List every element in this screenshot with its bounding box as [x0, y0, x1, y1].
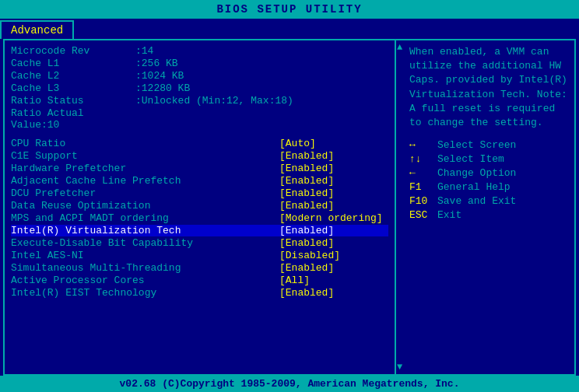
shortcut-select-item: ↑↓ Select Item: [409, 153, 568, 165]
setting-name-mps-acpi: MPS and ACPI MADT ordering: [11, 212, 279, 224]
setting-value-execute-disable: [Enabled]: [279, 237, 388, 249]
title-text: BIOS SETUP UTILITY: [216, 3, 362, 16]
info-label-ratio-actual: Ratio Actual Value:10: [11, 107, 135, 131]
setting-name-eist: Intel(R) EIST Technology: [11, 287, 279, 299]
shortcut-f1: F1 General Help: [409, 181, 568, 193]
setting-smt[interactable]: Simultaneous Multi-Threading [Enabled]: [11, 262, 388, 274]
setting-name-data-reuse: Data Reuse Optimization: [11, 200, 279, 212]
info-row-cache-l1: Cache L1 :256 KB: [11, 58, 388, 69]
shortcut-key-arrows: ↔: [409, 139, 437, 151]
setting-value-hw-prefetcher: [Enabled]: [279, 163, 388, 174]
info-label-cache-l1: Cache L1: [11, 58, 135, 69]
shortcut-f10: F10 Save and Exit: [409, 195, 568, 207]
shortcut-esc: ESC Exit: [409, 209, 568, 221]
setting-value-adj-cache: [Enabled]: [279, 175, 388, 187]
setting-value-cpu-ratio: [Auto]: [279, 138, 388, 149]
setting-value-active-cores: [All]: [279, 275, 388, 286]
footer-text: v02.68 (C)Copyright 1985-2009, American …: [120, 378, 460, 390]
setting-name-dcu: DCU Prefetcher: [11, 187, 279, 199]
setting-value-data-reuse: [Enabled]: [279, 200, 388, 212]
setting-name-execute-disable: Execute-Disable Bit Capability: [11, 237, 279, 249]
setting-name-adj-cache: Adjacent Cache Line Prefetch: [11, 175, 279, 187]
tab-bar: Advanced: [0, 19, 579, 39]
shortcut-desc-change-option: Change Option: [437, 167, 516, 179]
shortcut-select-screen: ↔ Select Screen: [409, 139, 568, 151]
setting-aes-ni[interactable]: Intel AES-NI [Disabled]: [11, 250, 388, 261]
info-value-cache-l2: :1024 KB: [135, 70, 184, 82]
shortcut-desc-save-exit: Save and Exit: [437, 195, 516, 207]
main-panel: Microcode Rev :14 Cache L1 :256 KB Cache…: [3, 39, 576, 376]
app: BIOS SETUP UTILITY Advanced Microcode Re…: [0, 0, 579, 392]
setting-adj-cache[interactable]: Adjacent Cache Line Prefetch [Enabled]: [11, 175, 388, 187]
shortcut-key-f1: F1: [409, 181, 437, 193]
shortcut-desc-general-help: General Help: [437, 181, 511, 193]
info-label-ratio-status: Ratio Status: [11, 95, 135, 107]
setting-name-active-cores: Active Processor Cores: [11, 275, 279, 286]
setting-name-smt: Simultaneous Multi-Threading: [11, 262, 279, 274]
setting-c1e-support[interactable]: C1E Support [Enabled]: [11, 150, 388, 162]
title-bar: BIOS SETUP UTILITY: [0, 0, 579, 19]
footer: v02.68 (C)Copyright 1985-2009, American …: [0, 376, 579, 392]
setting-value-aes-ni: [Disabled]: [279, 250, 388, 261]
info-row-ratio-actual: Ratio Actual Value:10: [11, 107, 388, 131]
settings-list: CPU Ratio [Auto] C1E Support [Enabled] H…: [11, 138, 388, 299]
info-value-cache-l1: :256 KB: [135, 58, 178, 69]
scroll-bar[interactable]: ▲ ▼: [395, 40, 403, 374]
tab-advanced[interactable]: Advanced: [0, 20, 74, 39]
setting-value-smt: [Enabled]: [279, 262, 388, 274]
info-row-cache-l2: Cache L2 :1024 KB: [11, 70, 388, 82]
info-row-cache-l3: Cache L3 :12280 KB: [11, 82, 388, 94]
setting-active-cores[interactable]: Active Processor Cores [All]: [11, 275, 388, 286]
right-panel: When enabled, a VMM can utilize the addi…: [403, 40, 574, 374]
setting-dcu-prefetcher[interactable]: DCU Prefetcher [Enabled]: [11, 187, 388, 199]
setting-virt-tech[interactable]: Intel(R) Virtualization Tech [Enabled]: [11, 225, 388, 236]
shortcut-section: ↔ Select Screen ↑↓ Select Item ← Change …: [409, 139, 568, 221]
setting-value-eist: [Enabled]: [279, 287, 388, 299]
info-value-microcode: :14: [135, 45, 153, 57]
setting-name-c1e: C1E Support: [11, 150, 279, 162]
setting-eist[interactable]: Intel(R) EIST Technology [Enabled]: [11, 287, 388, 299]
setting-name-cpu-ratio: CPU Ratio: [11, 138, 279, 149]
setting-execute-disable[interactable]: Execute-Disable Bit Capability [Enabled]: [11, 237, 388, 249]
shortcut-key-f10: F10: [409, 195, 437, 207]
setting-hw-prefetcher[interactable]: Hardware Prefetcher [Enabled]: [11, 163, 388, 174]
info-label-cache-l3: Cache L3: [11, 82, 135, 94]
setting-cpu-ratio[interactable]: CPU Ratio [Auto]: [11, 138, 388, 149]
setting-value-c1e: [Enabled]: [279, 150, 388, 162]
info-value-cache-l3: :12280 KB: [135, 82, 190, 94]
shortcut-desc-exit: Exit: [437, 209, 461, 221]
shortcut-desc-select-item: Select Item: [437, 153, 504, 165]
setting-name-hw-prefetcher: Hardware Prefetcher: [11, 163, 279, 174]
shortcut-change-option: ← Change Option: [409, 167, 568, 179]
setting-name-aes-ni: Intel AES-NI: [11, 250, 279, 261]
shortcut-key-esc: ESC: [409, 209, 437, 221]
info-label-microcode: Microcode Rev: [11, 45, 135, 57]
left-panel: Microcode Rev :14 Cache L1 :256 KB Cache…: [5, 40, 395, 374]
setting-name-virt-tech: Intel(R) Virtualization Tech: [11, 225, 279, 236]
info-label-cache-l2: Cache L2: [11, 70, 135, 82]
info-row-ratio-status: Ratio Status :Unlocked (Min:12, Max:18): [11, 95, 388, 107]
help-text: When enabled, a VMM can utilize the addi…: [409, 45, 568, 130]
shortcut-key-updown: ↑↓: [409, 153, 437, 165]
setting-value-mps-acpi: [Modern ordering]: [279, 212, 388, 224]
setting-value-virt-tech: [Enabled]: [279, 225, 388, 236]
shortcut-desc-select-screen: Select Screen: [437, 139, 516, 151]
shortcut-key-left: ←: [409, 167, 437, 179]
setting-value-dcu: [Enabled]: [279, 187, 388, 199]
info-value-ratio-status: :Unlocked (Min:12, Max:18): [135, 95, 293, 107]
info-row-microcode: Microcode Rev :14: [11, 45, 388, 57]
setting-data-reuse[interactable]: Data Reuse Optimization [Enabled]: [11, 200, 388, 212]
setting-mps-acpi[interactable]: MPS and ACPI MADT ordering [Modern order…: [11, 212, 388, 224]
